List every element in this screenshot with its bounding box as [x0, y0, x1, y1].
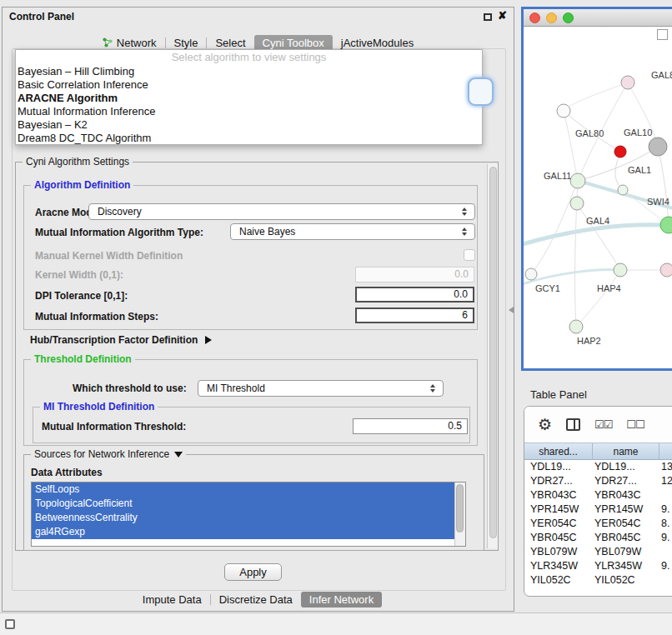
kernel-width-input[interactable]: 0.0	[355, 267, 474, 282]
tab-label: Cyni Toolbox	[263, 37, 324, 49]
splitter-collapse-icon[interactable]	[509, 307, 514, 313]
table-header: shared... name	[524, 442, 672, 460]
table-row[interactable]: YBR043C YBR043C	[524, 488, 672, 502]
attribute-item[interactable]: TopologicalCoefficient	[32, 497, 454, 511]
table-cell: YLR345W	[524, 559, 593, 573]
network-node[interactable]	[557, 104, 570, 118]
float-window-icon[interactable]	[484, 13, 492, 21]
tab-network[interactable]: Network	[94, 35, 165, 51]
section-title: Sources for Network Inference	[34, 448, 169, 460]
tab-jactivemodules[interactable]: jActiveModules	[333, 35, 422, 51]
columns-icon-divider	[574, 420, 575, 429]
table-row[interactable]: YIL052C YIL052C	[524, 573, 672, 588]
algorithm-option[interactable]: Bayesian – K2	[16, 118, 482, 132]
tab-select[interactable]: Select	[207, 35, 253, 51]
network-node[interactable]	[614, 146, 626, 158]
gear-icon[interactable]: ⚙	[538, 417, 552, 432]
mi-threshold-input[interactable]: 0.5	[353, 418, 468, 434]
column-header-clipped[interactable]	[659, 443, 672, 459]
tab-impute-data[interactable]: Impute Data	[134, 592, 210, 608]
table-row[interactable]: YDL19... YDL19... 13	[524, 460, 672, 474]
scrollbar-thumb[interactable]	[456, 484, 464, 532]
algorithm-option[interactable]: Mutual Information Inference	[16, 105, 482, 118]
tab-label: jActiveModules	[341, 37, 414, 49]
table-row[interactable]: YBR045C YBR045C 9.	[524, 531, 672, 545]
mac-minimize-button[interactable]	[546, 12, 557, 23]
select-value: Discovery	[89, 206, 459, 218]
table-panel: ⚙ ☑☑ ☐☐ shared... name YDL19... YDL19...…	[524, 406, 672, 597]
network-node[interactable]	[614, 263, 627, 277]
hub-definition-expander[interactable]: Hub/Transcription Factor Definition	[30, 334, 212, 346]
network-node[interactable]	[570, 173, 585, 188]
minimized-panel-icon[interactable]	[5, 619, 15, 629]
sources-section-title[interactable]: Sources for Network Inference	[31, 448, 186, 460]
network-edge[interactable]	[531, 181, 578, 274]
network-node[interactable]	[649, 138, 667, 156]
settings-scrollbar[interactable]	[487, 164, 498, 548]
network-node[interactable]	[621, 76, 634, 89]
control-panel-titlebar[interactable]: Control Panel ✘	[3, 8, 514, 28]
deselect-all-checkboxes-icon[interactable]: ☐☐	[626, 419, 644, 430]
network-icon	[103, 38, 113, 48]
select-all-checkboxes-icon[interactable]: ☑☑	[594, 419, 612, 430]
network-node[interactable]	[525, 268, 537, 280]
network-edge[interactable]	[577, 203, 620, 270]
tab-cyni-toolbox[interactable]: Cyni Toolbox	[254, 35, 333, 51]
tab-discretize-data[interactable]: Discretize Data	[211, 592, 301, 608]
network-node[interactable]	[569, 320, 583, 333]
columns-icon[interactable]	[566, 418, 580, 431]
attribute-item[interactable]: BetweennessCentrality	[32, 511, 454, 525]
table-cell	[659, 573, 672, 588]
network-node[interactable]	[660, 263, 672, 277]
network-node[interactable]	[660, 217, 672, 233]
table-row[interactable]: YER054C YER054C 8.	[524, 517, 672, 531]
network-edge[interactable]	[576, 270, 620, 327]
algorithm-option[interactable]: Bayesian – Hill Climbing	[16, 65, 482, 78]
table-cell: YBR043C	[524, 488, 593, 502]
mac-close-button[interactable]	[529, 12, 540, 23]
table-row[interactable]: YPR145W YPR145W 9.	[524, 502, 672, 517]
table-row[interactable]: YBL079W YBL079W	[524, 545, 672, 559]
aracne-mode-select[interactable]: Discovery	[88, 203, 475, 220]
close-icon[interactable]: ✘	[498, 9, 507, 22]
tab-label: Impute Data	[143, 593, 202, 606]
birdseye-view-toggle[interactable]	[657, 29, 668, 40]
table-row[interactable]: YDR27... YDR27... 12	[524, 474, 672, 488]
mi-algorithm-type-select[interactable]: Naive Bayes	[230, 223, 475, 240]
column-header-name[interactable]: name	[593, 443, 659, 459]
which-threshold-select[interactable]: MI Threshold	[198, 380, 444, 397]
mac-zoom-button[interactable]	[563, 12, 574, 23]
tab-label: Discretize Data	[219, 593, 293, 606]
network-edge[interactable]	[564, 82, 628, 111]
network-node-label: GAL1	[628, 165, 651, 175]
network-node[interactable]	[618, 185, 628, 195]
attribute-item[interactable]: SelfLoops	[32, 482, 454, 497]
table-cell: 9.	[659, 559, 672, 573]
network-node[interactable]	[570, 197, 584, 210]
algorithm-definition-section: Algorithm Definition Aracne Mode: Discov…	[23, 185, 478, 330]
algorithm-option[interactable]: Dream8 DC_TDC Algorithm	[16, 132, 482, 145]
data-attributes-list[interactable]: SelfLoopsTopologicalCoefficientBetweenne…	[31, 482, 466, 547]
attributes-scrollbar[interactable]	[454, 482, 465, 546]
column-header-shared-name[interactable]: shared...	[524, 443, 593, 459]
dpi-tolerance-input[interactable]: 0.0	[355, 287, 474, 302]
table-row[interactable]: YLR345W YLR345W 9.	[524, 559, 672, 573]
algorithm-option[interactable]: ARACNE Algorithm	[16, 92, 482, 105]
algorithm-option[interactable]: Basic Correlation Inference	[16, 78, 482, 92]
dpi-tolerance-label: DPI Tolerance [0,1]:	[35, 290, 128, 302]
apply-button[interactable]: Apply	[224, 563, 282, 581]
focused-control-button[interactable]	[468, 78, 494, 106]
table-cell: 12	[659, 474, 672, 488]
manual-kernel-checkbox[interactable]	[464, 249, 475, 261]
attribute-item[interactable]: gal4RGexp	[32, 525, 454, 539]
network-node-label: GAL10	[624, 128, 652, 138]
table-cell: YBL079W	[524, 545, 593, 559]
network-canvas[interactable]: GAL8GAL80GAL10GAL11GAL1SWI4GAL4GCY1HAP4H…	[524, 27, 672, 368]
combo-arrows-icon	[459, 208, 470, 216]
network-window-titlebar[interactable]	[524, 9, 672, 27]
tab-infer-network[interactable]: Infer Network	[301, 592, 382, 608]
mi-steps-input[interactable]: 6	[355, 308, 474, 323]
network-edge[interactable]	[658, 147, 669, 225]
scrollbar-thumb[interactable]	[489, 167, 497, 538]
tab-style[interactable]: Style	[166, 35, 207, 51]
